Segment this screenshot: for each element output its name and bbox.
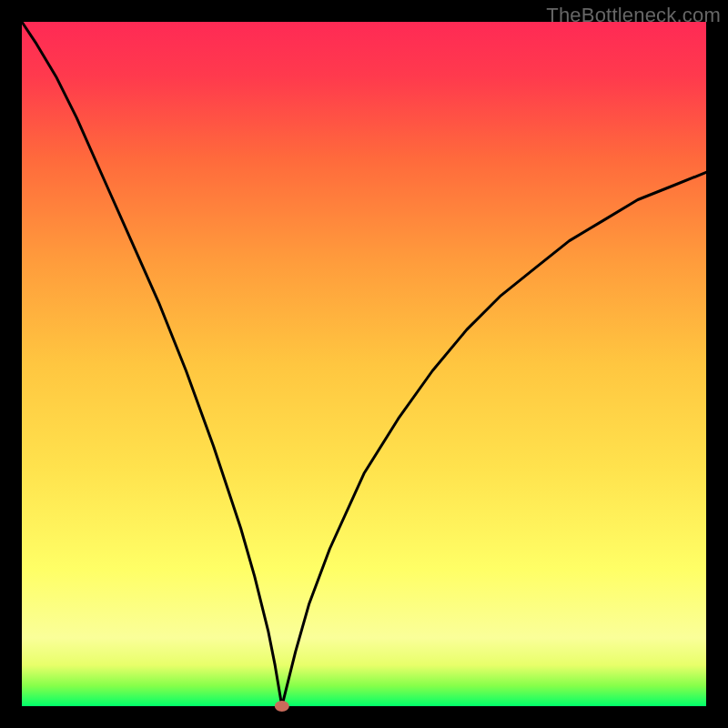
watermark-text: TheBottleneck.com: [546, 4, 721, 27]
min-point-marker: [275, 701, 289, 712]
chart-frame: TheBottleneck.com: [0, 0, 728, 728]
bottleneck-curve: [22, 22, 706, 706]
plot-area: [22, 22, 706, 706]
